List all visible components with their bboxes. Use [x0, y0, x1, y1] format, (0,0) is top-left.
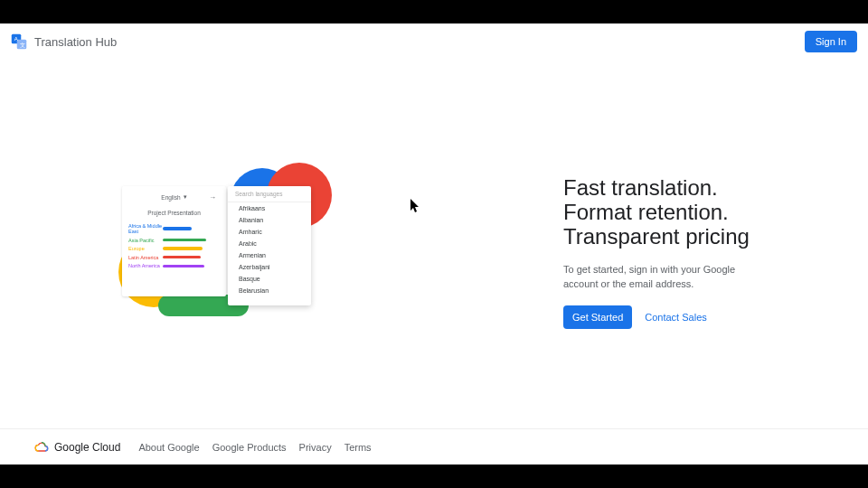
hero-headline-3: Transparent pricing: [563, 224, 750, 249]
letterbox-bottom: [0, 465, 868, 488]
region-label: Asia Pacific: [128, 238, 163, 243]
cursor-icon: [410, 199, 421, 213]
footer-link[interactable]: Google Products: [212, 442, 287, 453]
region-row: Africa & Middle East: [128, 223, 220, 234]
app-logo-block[interactable]: A 文 Translation Hub: [11, 33, 117, 50]
svg-text:文: 文: [20, 42, 25, 48]
region-bar: [163, 256, 201, 259]
page-footer: Google Cloud About GoogleGoogle Products…: [0, 428, 868, 465]
app-header: A 文 Translation Hub Sign In: [0, 23, 868, 60]
language-option[interactable]: Afrikaans: [228, 202, 311, 214]
footer-link[interactable]: About Google: [138, 442, 199, 453]
language-option[interactable]: Basque: [228, 273, 311, 285]
language-option[interactable]: Albanian: [228, 214, 311, 226]
get-started-button[interactable]: Get Started: [563, 305, 632, 329]
google-cloud-label: Google Cloud: [54, 441, 120, 454]
hero-subtext: To get started, sign in with your Google…: [563, 263, 744, 292]
svg-text:A: A: [14, 36, 18, 42]
sign-in-button[interactable]: Sign In: [805, 31, 857, 52]
language-option[interactable]: Arabic: [228, 238, 311, 249]
region-row: Europe: [128, 246, 220, 251]
region-bar: [163, 265, 204, 268]
footer-link[interactable]: Terms: [344, 442, 372, 453]
region-label: Europe: [128, 246, 163, 251]
region-row: Asia Pacific: [128, 238, 220, 243]
presentation-title: Project Presentation: [128, 210, 220, 216]
hero-text: Fast translation. Format retention. Tran…: [563, 176, 816, 329]
language-option[interactable]: Armenian: [228, 249, 311, 261]
hero-headline-2: Format retention.: [563, 200, 729, 224]
region-row: Latin America: [128, 255, 220, 260]
app-title: Translation Hub: [34, 35, 117, 49]
language-search-input[interactable]: Search languages: [228, 186, 311, 202]
region-label: North America: [128, 263, 163, 268]
language-option[interactable]: Azerbaijani: [228, 261, 311, 273]
presentation-card: English ▾ → Project Presentation Africa …: [122, 186, 226, 296]
language-selector[interactable]: English ▾ →: [128, 192, 220, 206]
region-label: Africa & Middle East: [128, 223, 163, 234]
region-bar: [163, 247, 203, 250]
region-bar: [163, 239, 206, 242]
google-cloud-icon: [34, 440, 49, 455]
region-label: Latin America: [128, 255, 163, 260]
contact-sales-button[interactable]: Contact Sales: [645, 305, 706, 329]
language-dropdown: Search languages AfrikaansAlbanianAmhari…: [228, 186, 311, 305]
footer-link[interactable]: Privacy: [299, 442, 332, 453]
swap-arrow-icon: →: [209, 193, 216, 202]
letterbox-top: [0, 0, 868, 23]
language-option[interactable]: Amharic: [228, 226, 311, 238]
language-selector-label: English: [161, 194, 180, 201]
chevron-down-icon: ▾: [184, 193, 187, 201]
translate-icon: A 文: [11, 33, 27, 50]
region-row: North America: [128, 263, 220, 268]
language-option[interactable]: Belarusian: [228, 285, 311, 296]
region-bar: [163, 227, 192, 230]
google-cloud-logo-block[interactable]: Google Cloud: [34, 440, 120, 455]
hero-headline-1: Fast translation.: [563, 175, 718, 200]
